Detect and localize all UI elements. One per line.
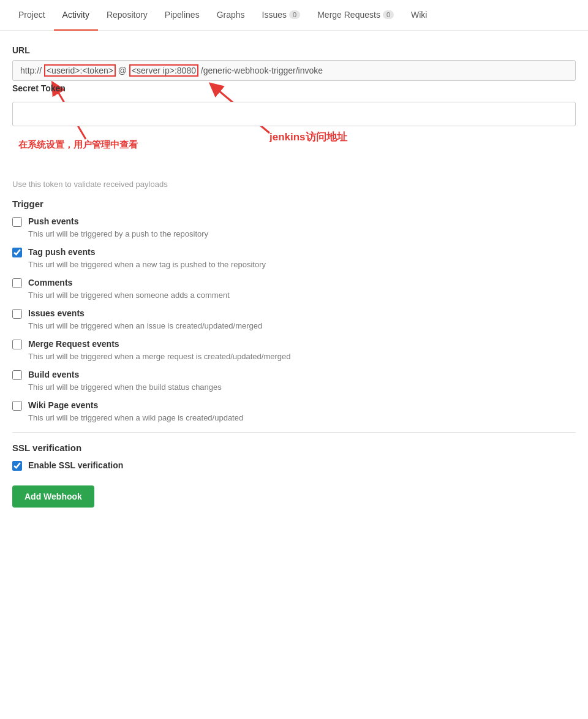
secret-token-label: Secret Token bbox=[12, 83, 576, 93]
push-events-checkbox[interactable] bbox=[12, 217, 22, 227]
annotation-area: 在系统设置，用户管理中查看 jenkins访问地址 Secret Token bbox=[12, 81, 576, 176]
wiki-page-events-label[interactable]: Wiki Page events bbox=[28, 400, 98, 410]
issues-events-desc: This url will be triggered when an issue… bbox=[28, 321, 576, 330]
nav-item-wiki[interactable]: Wiki bbox=[402, 0, 435, 31]
merge-request-events-desc: This url will be triggered when a merge … bbox=[28, 352, 576, 361]
url-section: URL http:// <userid>:<token> @ <server i… bbox=[12, 45, 576, 81]
nav-item-activity[interactable]: Activity bbox=[54, 0, 98, 31]
build-events-checkbox[interactable] bbox=[12, 370, 22, 380]
nav-item-merge-requests[interactable]: Merge Requests 0 bbox=[309, 0, 402, 31]
enable-ssl-label[interactable]: Enable SSL verification bbox=[28, 460, 123, 470]
issues-events-checkbox[interactable] bbox=[12, 309, 22, 319]
trigger-item-push-events: Push events This url will be triggered b… bbox=[12, 216, 576, 238]
tag-push-events-checkbox[interactable] bbox=[12, 248, 22, 257]
build-events-label[interactable]: Build events bbox=[28, 370, 79, 379]
trigger-item-tag-push-events: Tag push events This url will be trigger… bbox=[12, 247, 576, 269]
issues-events-label[interactable]: Issues events bbox=[28, 308, 85, 318]
secret-token-input[interactable] bbox=[12, 102, 576, 126]
comments-label[interactable]: Comments bbox=[28, 278, 72, 287]
url-label: URL bbox=[12, 45, 576, 55]
enable-ssl-checkbox[interactable] bbox=[12, 461, 22, 471]
nav-item-repository[interactable]: Repository bbox=[98, 0, 156, 31]
nav-item-issues[interactable]: Issues 0 bbox=[254, 0, 309, 31]
push-events-label[interactable]: Push events bbox=[28, 216, 78, 226]
nav-item-pipelines[interactable]: Pipelines bbox=[156, 0, 208, 31]
comments-checkbox[interactable] bbox=[12, 278, 22, 288]
main-content: URL http:// <userid>:<token> @ <server i… bbox=[0, 31, 588, 522]
tag-push-events-label[interactable]: Tag push events bbox=[28, 247, 95, 257]
merge-request-events-checkbox[interactable] bbox=[12, 340, 22, 349]
url-input[interactable]: http:// <userid>:<token> @ <server ip>:8… bbox=[12, 60, 576, 81]
wiki-page-events-desc: This url will be triggered when a wiki p… bbox=[28, 413, 576, 422]
tag-push-events-desc: This url will be triggered when a new ta… bbox=[28, 260, 576, 269]
nav-bar: Project Activity Repository Pipelines Gr… bbox=[0, 0, 588, 31]
userid-token-highlight: <userid>:<token> bbox=[44, 64, 116, 77]
trigger-section: Trigger Push events This url will be tri… bbox=[12, 199, 576, 422]
trigger-item-merge-request-events: Merge Request events This url will be tr… bbox=[12, 339, 576, 361]
merge-request-events-label[interactable]: Merge Request events bbox=[28, 339, 119, 349]
merge-requests-badge: 0 bbox=[383, 10, 394, 19]
nav-item-graphs[interactable]: Graphs bbox=[208, 0, 254, 31]
trigger-item-issues-events: Issues events This url will be triggered… bbox=[12, 308, 576, 330]
secret-token-section: Secret Token bbox=[12, 81, 576, 126]
server-ip-highlight: <server ip>:8080 bbox=[129, 64, 198, 77]
ssl-label: SSL verification bbox=[12, 443, 576, 453]
trigger-item-wiki-page-events: Wiki Page events This url will be trigge… bbox=[12, 400, 576, 422]
comments-desc: This url will be triggered when someone … bbox=[28, 291, 576, 300]
add-webhook-button[interactable]: Add Webhook bbox=[12, 485, 94, 508]
trigger-label: Trigger bbox=[12, 199, 576, 209]
push-events-desc: This url will be triggered by a push to … bbox=[28, 229, 576, 238]
trigger-item-comments: Comments This url will be triggered when… bbox=[12, 278, 576, 300]
trigger-item-build-events: Build events This url will be triggered … bbox=[12, 370, 576, 392]
divider bbox=[12, 432, 576, 433]
build-events-desc: This url will be triggered when the buil… bbox=[28, 382, 576, 392]
annotation-right-text: jenkins访问地址 bbox=[270, 130, 347, 144]
secret-token-hint: Use this token to validate received payl… bbox=[12, 180, 576, 189]
nav-item-project[interactable]: Project bbox=[10, 0, 54, 31]
issues-badge: 0 bbox=[289, 10, 300, 19]
annotation-left-text: 在系统设置，用户管理中查看 bbox=[18, 139, 138, 151]
ssl-section: SSL verification Enable SSL verification bbox=[12, 443, 576, 471]
wiki-page-events-checkbox[interactable] bbox=[12, 401, 22, 411]
